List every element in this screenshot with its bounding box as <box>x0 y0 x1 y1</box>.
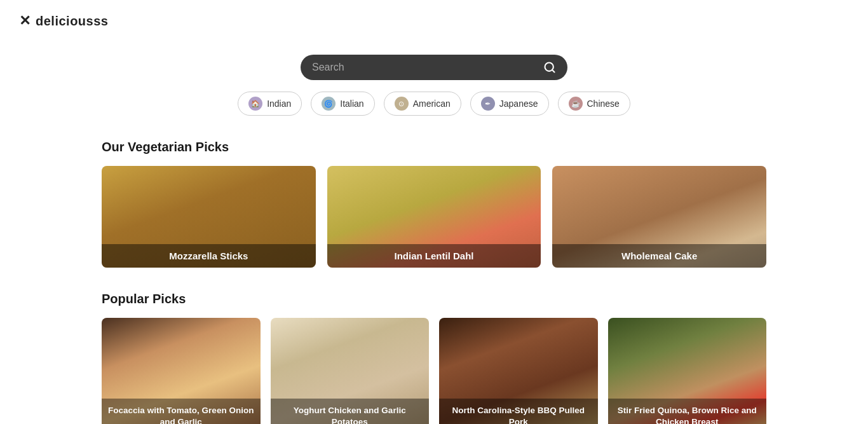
food-name: Yoghurt Chicken and Garlic Potatoes <box>271 399 430 424</box>
food-card-popular[interactable]: Focaccia with Tomato, Green Onion and Ga… <box>102 318 261 424</box>
svg-line-1 <box>552 70 555 72</box>
cuisine-chip-japanese[interactable]: ✒ Japanese <box>470 92 549 116</box>
logo-icon: ✕ <box>19 13 31 29</box>
food-name: Mozzarella Sticks <box>102 244 316 268</box>
food-name: North Carolina-Style BBQ Pulled Pork <box>439 399 598 424</box>
food-card-popular[interactable]: Yoghurt Chicken and Garlic Potatoes <box>271 318 430 424</box>
cuisine-label: Italian <box>340 99 363 109</box>
header: ✕ deliciousss <box>0 0 868 42</box>
cuisine-chip-indian[interactable]: 🏠 Indian <box>238 92 302 116</box>
search-button[interactable] <box>543 61 556 74</box>
popular-grid: Focaccia with Tomato, Green Onion and Ga… <box>102 318 766 424</box>
search-input[interactable] <box>312 62 537 73</box>
cuisine-icon-indian: 🏠 <box>248 97 262 111</box>
cuisine-icon-american: ⊙ <box>395 97 409 111</box>
logo-text: deliciousss <box>36 14 108 29</box>
cuisine-label: Japanese <box>499 99 538 109</box>
cuisine-icon-chinese: ☕ <box>569 97 583 111</box>
vegetarian-grid: Mozzarella Sticks Indian Lentil Dahl Who… <box>102 166 766 268</box>
logo[interactable]: ✕ deliciousss <box>19 13 108 29</box>
search-bar <box>301 55 567 80</box>
food-name: Indian Lentil Dahl <box>327 244 541 268</box>
cuisine-chip-american[interactable]: ⊙ American <box>384 92 461 116</box>
cuisine-chip-chinese[interactable]: ☕ Chinese <box>558 92 630 116</box>
search-icon <box>543 61 556 74</box>
food-name: Stir Fried Quinoa, Brown Rice and Chicke… <box>608 399 767 424</box>
food-name: Focaccia with Tomato, Green Onion and Ga… <box>102 399 261 424</box>
food-card-veg[interactable]: Wholemeal Cake <box>552 166 766 268</box>
food-card-popular[interactable]: North Carolina-Style BBQ Pulled Pork <box>439 318 598 424</box>
search-section: 🏠 Indian 🌀 Italian ⊙ American ✒ Japanese… <box>0 42 868 122</box>
popular-title: Popular Picks <box>102 292 766 306</box>
vegetarian-section: Our Vegetarian Picks Mozzarella Sticks I… <box>0 122 868 274</box>
cuisine-label: Chinese <box>587 99 620 109</box>
cuisine-label: American <box>413 99 451 109</box>
vegetarian-title: Our Vegetarian Picks <box>102 140 766 154</box>
cuisine-label: Indian <box>267 99 291 109</box>
food-card-veg[interactable]: Mozzarella Sticks <box>102 166 316 268</box>
cuisine-chip-italian[interactable]: 🌀 Italian <box>311 92 374 116</box>
food-name: Wholemeal Cake <box>552 244 766 268</box>
cuisine-icon-japanese: ✒ <box>481 97 495 111</box>
cuisine-filters: 🏠 Indian 🌀 Italian ⊙ American ✒ Japanese… <box>238 92 630 116</box>
cuisine-icon-italian: 🌀 <box>322 97 336 111</box>
food-card-veg[interactable]: Indian Lentil Dahl <box>327 166 541 268</box>
popular-section: Popular Picks Focaccia with Tomato, Gree… <box>0 274 868 424</box>
food-card-popular[interactable]: Stir Fried Quinoa, Brown Rice and Chicke… <box>608 318 767 424</box>
